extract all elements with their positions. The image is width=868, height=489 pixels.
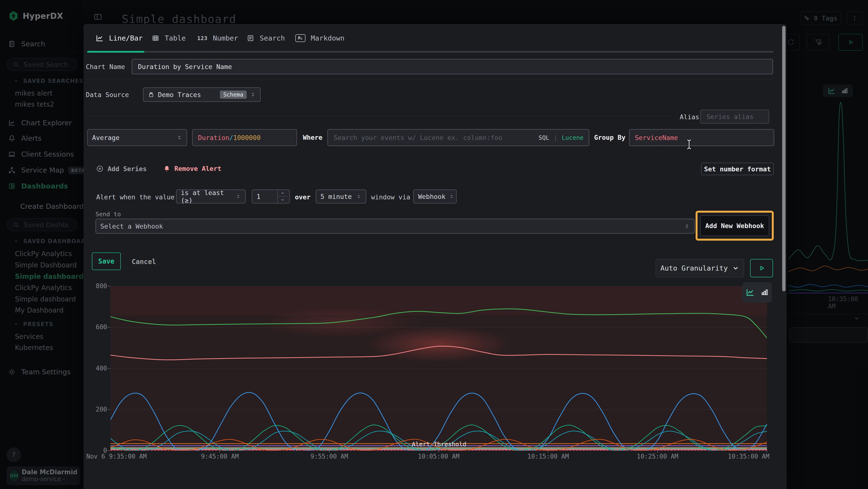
edit-chart-modal: Line/Bar Table 123 Number Search M↓ Mark…: [84, 24, 786, 489]
y-axis-tick: [107, 409, 111, 410]
run-chart-button[interactable]: [750, 259, 773, 277]
modal-scrollbar[interactable]: [782, 26, 785, 291]
aggregation-select[interactable]: Average: [87, 129, 187, 146]
y-axis-label: 600: [86, 323, 107, 331]
group-by-input[interactable]: ServiceName: [629, 129, 774, 146]
alert-threshold-label: Alert Threshold: [412, 441, 466, 448]
play-icon: [758, 264, 766, 272]
line-chart-icon: [745, 288, 755, 297]
spinner-down-icon: [278, 197, 287, 203]
doc-list-icon: [247, 34, 254, 42]
alias-label: Alias: [680, 113, 699, 121]
screen: HyperDX Search SAVED SEARCHES mikes aler…: [0, 0, 868, 489]
tab-line-bar[interactable]: Line/Bar: [95, 29, 143, 48]
x-axis-label: 9:45:00 AM: [201, 453, 239, 460]
y-axis-tick: [107, 450, 111, 451]
data-source-label: Data Source: [86, 91, 129, 98]
tab-table[interactable]: Table: [152, 29, 186, 48]
y-axis-label: 400: [86, 365, 107, 372]
tab-number[interactable]: 123 Number: [197, 29, 238, 48]
alert-channel-select[interactable]: Webhook: [413, 190, 457, 203]
chart-plot-area[interactable]: Alert Threshold: [111, 286, 767, 451]
x-axis-tick: [548, 451, 548, 453]
tab-search[interactable]: Search: [247, 29, 285, 48]
bar-chart-icon: [761, 288, 769, 296]
x-axis-label: 10:05:00 AM: [418, 453, 459, 460]
data-source-select[interactable]: Demo Traces Schema: [143, 87, 261, 102]
y-axis-tick: [107, 368, 111, 369]
add-new-webhook-button[interactable]: Add New Webhook: [700, 215, 769, 236]
database-icon: [148, 91, 155, 98]
group-by-label: Group By: [594, 134, 625, 141]
alias-input[interactable]: [700, 110, 769, 123]
window-via-label: window via: [371, 193, 410, 201]
y-axis-label: 800: [86, 282, 107, 290]
chart-type-toggle[interactable]: [742, 282, 772, 303]
alert-condition-select[interactable]: is at least (≥): [176, 190, 246, 203]
x-axis-label: 9:55:00 AM: [310, 453, 348, 460]
chart-name-input[interactable]: [132, 59, 773, 74]
granularity-select[interactable]: Auto Granularity: [656, 259, 744, 277]
tutorial-highlight-ring: Add New Webhook: [695, 211, 774, 241]
bell-icon: [163, 165, 170, 172]
where-label: Where: [303, 134, 322, 141]
sql-toggle[interactable]: SQL: [538, 134, 549, 141]
field-expression-input[interactable]: Duration/1000000: [192, 129, 297, 146]
chevron-updown-icon: [177, 135, 182, 141]
x-axis-tick: [439, 451, 439, 453]
cancel-button[interactable]: Cancel: [132, 258, 156, 266]
x-axis-label: 10:35:00 AM: [728, 453, 769, 460]
send-to-label: Send to: [95, 211, 121, 218]
x-axis-tick: [220, 451, 220, 453]
number-spinner[interactable]: [277, 190, 287, 203]
chevron-updown-icon: [250, 92, 256, 97]
plus-circle-icon: [96, 165, 104, 173]
lucene-toggle[interactable]: Lucene: [562, 134, 584, 141]
tab-markdown[interactable]: M↓ Markdown: [296, 29, 345, 48]
webhook-select[interactable]: Select a Webhook: [95, 219, 695, 234]
x-axis-tick: [329, 451, 330, 453]
tab-track: [144, 51, 774, 53]
line-chart-icon: [95, 34, 104, 42]
alert-prefix-label: Alert when the value: [96, 193, 175, 201]
schema-badge: Schema: [220, 90, 247, 99]
chevron-down-icon: [732, 264, 739, 272]
add-series-button[interactable]: Add Series: [96, 165, 147, 173]
over-label: over: [295, 193, 311, 201]
chart-name-label: Chart Name: [86, 63, 125, 70]
remove-alert-button[interactable]: Remove Alert: [163, 165, 221, 172]
markdown-icon: M↓: [296, 34, 306, 42]
chart-type-tabs: Line/Bar Table 123 Number Search M↓ Mark…: [84, 29, 786, 48]
table-icon: [152, 34, 159, 42]
y-axis-label: 200: [86, 406, 107, 413]
x-axis-label: 10:15:00 AM: [527, 453, 569, 460]
x-axis-tick: [767, 451, 767, 453]
set-number-format-button[interactable]: Set number format: [701, 163, 774, 175]
number-icon: 123: [197, 35, 208, 41]
y-axis-tick: [107, 327, 111, 327]
active-tab-underline: [87, 51, 144, 53]
x-axis-tick: [657, 451, 658, 453]
divider: [86, 116, 672, 117]
spinner-up-icon: [278, 190, 287, 197]
x-axis-label: 10:25:00 AM: [637, 453, 678, 460]
where-search-input[interactable]: SQL | Lucene: [328, 129, 589, 146]
alert-threshold-input[interactable]: [252, 190, 290, 203]
x-axis-label: Nov 6 9:35:00 AM: [86, 453, 147, 460]
alert-window-select[interactable]: 5 minute: [316, 190, 366, 203]
text-cursor: [684, 138, 694, 151]
save-button[interactable]: Save: [92, 253, 121, 270]
y-axis-tick: [107, 286, 111, 287]
